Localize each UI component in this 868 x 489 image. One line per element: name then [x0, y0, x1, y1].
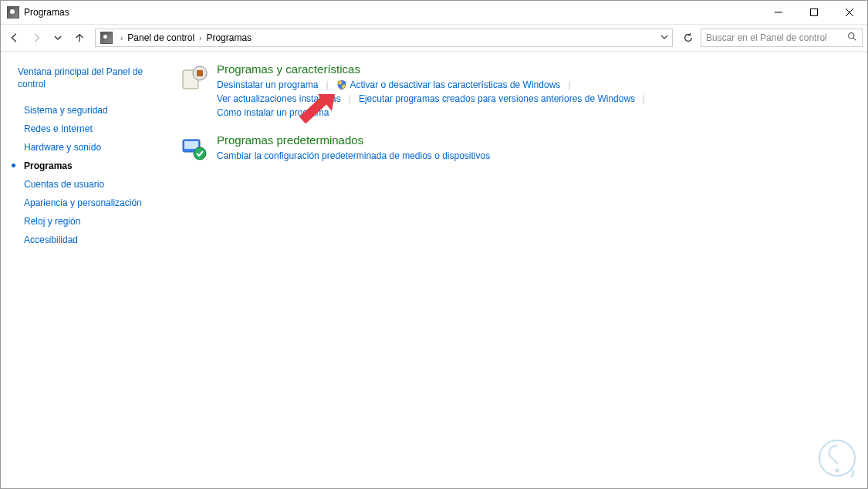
history-dropdown[interactable] — [49, 29, 67, 47]
maximize-button[interactable] — [796, 1, 832, 24]
search-icon — [847, 32, 857, 44]
breadcrumb-separator-icon: › — [194, 34, 206, 42]
section-title-defaults[interactable]: Programas predeterminados — [217, 133, 852, 147]
titlebar: Programas — [1, 1, 867, 24]
breadcrumb-current[interactable]: Programas — [206, 32, 252, 43]
control-panel-home-link[interactable]: Ventana principal del Panel de control — [18, 66, 155, 90]
sidebar-item-appearance[interactable]: Apariencia y personalización — [18, 194, 155, 212]
default-programs-icon — [178, 133, 209, 164]
main-panel: Programas y características Desinstalar … — [163, 52, 867, 488]
search-box[interactable] — [701, 29, 863, 47]
sidebar-item-accounts[interactable]: Cuentas de usuario — [18, 175, 155, 194]
sidebar: Ventana principal del Panel de control S… — [1, 52, 163, 488]
content-area: Ventana principal del Panel de control S… — [1, 52, 867, 488]
svg-point-14 — [836, 470, 839, 472]
svg-rect-1 — [811, 9, 818, 16]
address-bar[interactable]: › Panel de control › Programas — [95, 29, 673, 47]
sidebar-item-network[interactable]: Redes e Internet — [18, 120, 155, 138]
section-default-programs: Programas predeterminados Cambiar la con… — [178, 133, 852, 164]
svg-rect-11 — [184, 141, 198, 149]
address-dropdown-icon[interactable] — [660, 32, 669, 44]
toolbar: › Panel de control › Programas — [1, 24, 867, 52]
link-divider: | — [643, 93, 645, 104]
back-button[interactable] — [5, 29, 24, 47]
link-divider: | — [568, 79, 570, 90]
svg-rect-9 — [197, 70, 203, 76]
close-button[interactable] — [832, 1, 867, 24]
link-windows-features[interactable]: Activar o desactivar las características… — [350, 78, 561, 92]
control-panel-icon — [100, 32, 113, 44]
window-controls — [761, 1, 867, 24]
app-icon — [7, 6, 19, 19]
sidebar-item-accessibility[interactable]: Accesibilidad — [18, 231, 155, 249]
shield-icon — [336, 79, 347, 90]
window-title: Programas — [24, 7, 69, 18]
search-input[interactable] — [706, 32, 847, 43]
forward-button[interactable] — [27, 29, 46, 47]
programs-features-icon — [178, 62, 209, 93]
svg-line-6 — [853, 38, 856, 40]
up-button[interactable] — [70, 29, 89, 47]
sidebar-item-programs[interactable]: Programas — [18, 157, 155, 175]
svg-point-5 — [849, 33, 854, 39]
link-how-install[interactable]: Cómo instalar un programa — [217, 106, 329, 120]
sidebar-item-system[interactable]: Sistema y seguridad — [18, 101, 155, 120]
link-change-defaults[interactable]: Cambiar la configuración predeterminada … — [217, 149, 490, 163]
link-compatibility[interactable]: Ejecutar programas creados para versione… — [359, 92, 635, 106]
refresh-button[interactable] — [679, 29, 697, 47]
section-title-programs[interactable]: Programas y características — [217, 62, 852, 76]
breadcrumb-separator-icon: › — [116, 34, 127, 42]
sidebar-item-hardware[interactable]: Hardware y sonido — [18, 138, 155, 157]
section-programs-features: Programas y características Desinstalar … — [178, 62, 852, 120]
link-divider: | — [349, 93, 351, 104]
watermark-icon — [816, 437, 859, 480]
sidebar-item-clock[interactable]: Reloj y región — [18, 212, 155, 231]
link-view-updates[interactable]: Ver actualizaciones instaladas — [217, 92, 341, 106]
minimize-button[interactable] — [761, 1, 796, 24]
link-divider: | — [326, 79, 328, 90]
svg-point-12 — [194, 147, 206, 160]
breadcrumb-root[interactable]: Panel de control — [127, 32, 194, 43]
link-uninstall-program[interactable]: Desinstalar un programa — [217, 78, 318, 92]
